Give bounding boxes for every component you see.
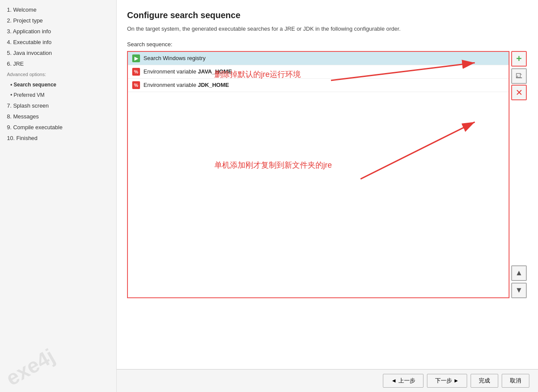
sidebar-item-splash-screen[interactable]: 7. Splash screen [0, 100, 116, 111]
watermark: exe4j [2, 344, 59, 391]
windows-registry-icon: ▶ [132, 54, 140, 62]
sidebar-item-welcome[interactable]: 1. Welcome [0, 4, 116, 15]
move-up-button[interactable]: ▲ [511, 265, 527, 281]
back-button[interactable]: ◄ 上一步 [383, 374, 423, 388]
move-down-button[interactable]: ▼ [511, 283, 527, 298]
finish-button[interactable]: 完成 [471, 374, 498, 388]
remove-button[interactable]: ✕ [511, 85, 527, 100]
main-container: 1. Welcome 2. Project type 3. Applicatio… [0, 0, 538, 392]
list-panel: ▶ Search Windows registry % Environment … [127, 51, 509, 298]
next-button[interactable]: 下一步 ► [427, 374, 467, 388]
page-title: Configure search sequence [127, 10, 528, 20]
content-inner: Configure search sequence On the target … [117, 0, 538, 369]
svg-line-3 [360, 122, 474, 179]
jdk-home-label: Environment variable JDK_HOME [143, 82, 229, 88]
java-home-label: Environment variable JAVA_HOME [143, 68, 232, 75]
search-sequence-label: Search sequence: [127, 41, 528, 48]
jdk-home-icon: % [132, 81, 140, 89]
list-item-jdk-home[interactable]: % Environment variable JDK_HOME [128, 79, 509, 92]
sidebar-item-search-sequence[interactable]: • Search sequence [0, 80, 116, 90]
sidebar-item-jre[interactable]: 6. JRE [0, 58, 116, 69]
sidebar-item-preferred-vm[interactable]: • Preferred VM [0, 90, 116, 100]
content-area: Configure search sequence On the target … [117, 0, 538, 392]
edit-icon [515, 72, 523, 80]
list-item-search-windows-registry[interactable]: ▶ Search Windows registry [128, 52, 509, 65]
advanced-options-label: Advanced options: [0, 69, 116, 80]
page-description: On the target system, the generated exec… [127, 25, 528, 33]
list-area: ▶ Search Windows registry % Environment … [127, 51, 528, 298]
side-buttons: + ✕ ▲ ▼ [509, 51, 528, 298]
edit-button[interactable] [511, 68, 527, 84]
sidebar-item-application-info[interactable]: 3. Application info [0, 26, 116, 37]
cancel-button[interactable]: 取消 [502, 374, 529, 388]
sidebar-item-compile-executable[interactable]: 9. Compile executable [0, 122, 116, 133]
sidebar-item-executable-info[interactable]: 4. Executable info [0, 37, 116, 48]
sidebar-item-messages[interactable]: 8. Messages [0, 111, 116, 122]
add-button[interactable]: + [511, 51, 527, 67]
sidebar-item-finished[interactable]: 10. Finished [0, 133, 116, 143]
sidebar-item-java-invocation[interactable]: 5. Java invocation [0, 48, 116, 58]
annotation-add-text: 单机添加刚才复制到新文件夹的jre [214, 160, 332, 170]
list-item-java-home[interactable]: % Environment variable JAVA_HOME [128, 65, 509, 79]
windows-registry-label: Search Windows registry [143, 55, 206, 61]
java-home-icon: % [132, 68, 140, 76]
sidebar-item-project-type[interactable]: 2. Project type [0, 15, 116, 26]
footer: ◄ 上一步 下一步 ► 完成 取消 [117, 369, 538, 392]
sidebar: 1. Welcome 2. Project type 3. Applicatio… [0, 0, 117, 392]
